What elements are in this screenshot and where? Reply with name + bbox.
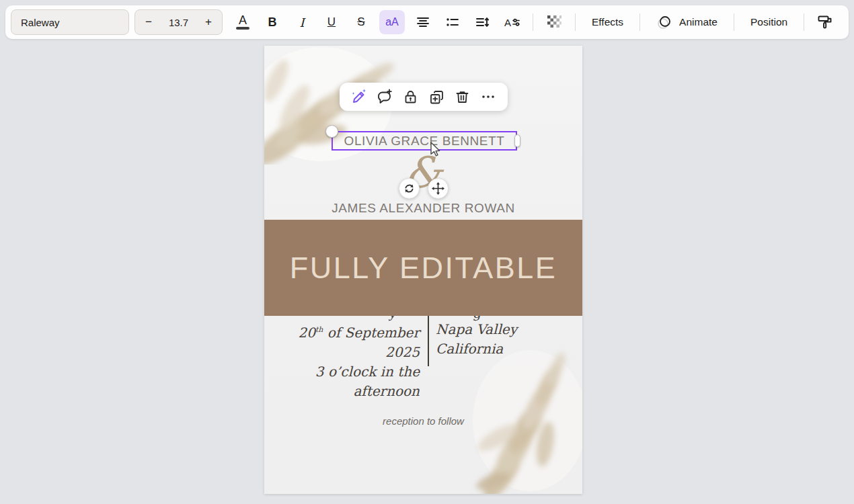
move-icon xyxy=(432,182,444,195)
magic-edit-button[interactable] xyxy=(348,86,370,108)
date-time-text[interactable]: 20th of September 2025 3 o’clock in the … xyxy=(264,320,420,401)
magic-pen-icon xyxy=(350,88,368,106)
reception-note-text[interactable]: reception to follow xyxy=(264,415,582,427)
line-spacing-icon xyxy=(474,14,490,30)
comment-plus-icon xyxy=(377,89,393,106)
add-comment-button[interactable] xyxy=(374,86,395,108)
transparency-button[interactable] xyxy=(541,9,568,36)
move-handle[interactable] xyxy=(428,178,449,199)
letter-settings-button[interactable]: A xyxy=(498,9,525,36)
toolbar-divider xyxy=(639,13,640,31)
font-size-stepper: − 13.7 + xyxy=(134,9,223,35)
rotate-icon xyxy=(403,183,415,194)
date-line: 20th of September 2025 xyxy=(264,320,420,362)
more-options-button[interactable] xyxy=(477,86,499,108)
letter-settings-icon: A xyxy=(503,14,520,30)
bold-button[interactable]: B xyxy=(259,9,286,36)
paint-roller-icon xyxy=(816,13,834,31)
venue-line-2: California xyxy=(436,339,517,359)
element-context-toolbar xyxy=(340,83,508,111)
position-button[interactable]: Position xyxy=(742,9,796,36)
resize-handle-top-left[interactable] xyxy=(325,125,338,138)
toolbar-divider xyxy=(804,13,804,31)
duplicate-plus-icon xyxy=(428,89,445,106)
banner-block[interactable]: FULLY EDITABLE xyxy=(264,220,582,316)
text-color-icon: A xyxy=(236,15,249,30)
font-size-value[interactable]: 13.7 xyxy=(169,17,188,28)
effects-button[interactable]: Effects xyxy=(583,9,632,36)
font-size-increase-button[interactable]: + xyxy=(198,11,219,33)
toolbar-divider xyxy=(533,13,533,31)
center-align-icon xyxy=(415,14,431,30)
line-spacing-button[interactable] xyxy=(469,9,496,36)
italic-button[interactable]: I xyxy=(288,9,315,36)
bride-name-text: OLIVIA GRACE BENNETT xyxy=(344,134,505,149)
text-color-button[interactable]: A xyxy=(229,9,256,36)
font-family-select[interactable]: Raleway xyxy=(11,9,129,35)
resize-handle-right[interactable] xyxy=(514,134,520,147)
delete-button[interactable] xyxy=(451,86,473,108)
toolbar-divider xyxy=(575,13,576,31)
copy-style-button[interactable] xyxy=(812,9,839,36)
font-size-decrease-button[interactable]: − xyxy=(138,11,159,33)
duplicate-button[interactable] xyxy=(426,86,447,108)
transparency-checkerboard-icon xyxy=(546,14,562,30)
svg-text:A: A xyxy=(504,17,511,28)
time-line: 3 o’clock in the afternoon xyxy=(264,362,420,401)
banner-text: FULLY EDITABLE xyxy=(290,251,557,286)
alignment-button[interactable] xyxy=(410,9,436,36)
lock-icon xyxy=(402,89,419,106)
venue-text[interactable]: Napa Valley California xyxy=(436,320,517,359)
animate-label: Animate xyxy=(679,16,717,28)
rotate-handle[interactable] xyxy=(399,178,420,199)
lock-button[interactable] xyxy=(400,86,422,108)
strikethrough-button[interactable]: S xyxy=(348,9,375,36)
bullet-list-icon xyxy=(444,14,461,30)
groom-name-text[interactable]: JAMES ALEXANDER ROWAN xyxy=(264,201,582,216)
bullet-list-button[interactable] xyxy=(439,9,466,36)
ampersand-text[interactable]: & xyxy=(264,148,582,198)
detail-divider-line[interactable] xyxy=(428,316,429,366)
design-canvas[interactable]: & JAMES ALEXANDER ROWAN FULLY EDITABLE y… xyxy=(264,46,582,494)
font-family-value: Raleway xyxy=(21,17,60,28)
underline-button[interactable]: U xyxy=(318,9,345,36)
more-dots-icon xyxy=(480,89,496,105)
selected-text-element[interactable]: OLIVIA GRACE BENNETT xyxy=(332,131,517,151)
venue-line-1: Napa Valley xyxy=(436,320,517,339)
text-case-button[interactable]: aA xyxy=(379,10,405,34)
trash-icon xyxy=(454,89,471,106)
toolbar-divider xyxy=(734,13,734,31)
animate-button[interactable]: Animate xyxy=(648,9,726,36)
editor-toolbar: Raleway − 13.7 + A B I U S aA xyxy=(5,5,849,39)
animate-circles-icon xyxy=(656,14,674,30)
